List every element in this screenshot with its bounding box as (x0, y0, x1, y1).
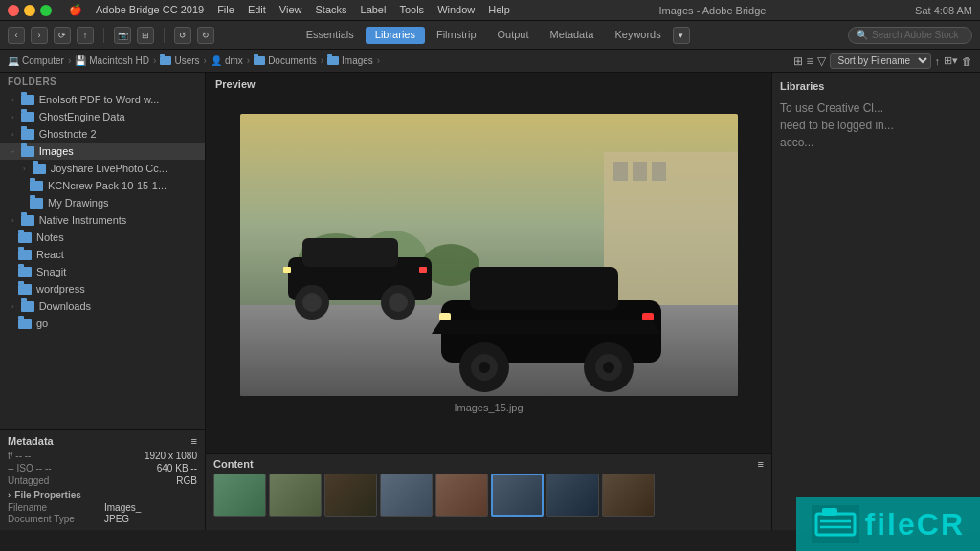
view-options-icon[interactable]: ⊞▾ (944, 55, 958, 67)
sort-asc-icon[interactable]: ↑ (935, 55, 941, 67)
content-strip: Content ≡ (206, 453, 771, 530)
menu-file[interactable]: File (217, 4, 234, 16)
toolbar-separator-1 (103, 28, 104, 43)
apple-menu[interactable]: 🍎 (69, 4, 82, 16)
svg-rect-3 (613, 162, 628, 181)
sidebar-item-react[interactable]: React (0, 246, 205, 263)
sidebar-item-native-instruments[interactable]: › Native Instruments (0, 211, 205, 229)
watermark-icon (812, 505, 859, 543)
sidebar-item-notes[interactable]: Notes (0, 229, 205, 246)
path-dmx[interactable]: 👤 dmx (211, 55, 243, 66)
menu-stacks[interactable]: Stacks (316, 4, 347, 16)
metadata-row-1: f/ -- -- 1920 x 1080 (8, 451, 197, 461)
sidebar-item-snagit[interactable]: Snagit (0, 263, 205, 280)
path-macintosh-hd[interactable]: 💾 Macintosh HD (75, 55, 149, 66)
redo-button[interactable]: ↻ (197, 27, 214, 44)
sidebar-item-joyshare[interactable]: › Joyshare LivePhoto Cc... (0, 160, 205, 177)
folder-icon (21, 215, 34, 226)
sidebar-item-ghostengine[interactable]: › GhostEngine Data (0, 108, 205, 125)
toolbar: ‹ › ⟳ ↑ 📷 ⊞ ↺ ↻ Essentials Libraries Fil… (0, 21, 980, 50)
camera-button[interactable]: 📷 (114, 27, 131, 44)
hd-icon: 💾 (75, 55, 86, 66)
folder-label: My Drawings (48, 197, 109, 209)
chevron-properties-icon: › (8, 490, 11, 500)
chevron-icon: › (11, 96, 14, 104)
sidebar-item-go[interactable]: go (0, 315, 205, 332)
svg-rect-10 (302, 238, 398, 267)
tab-libraries[interactable]: Libraries (366, 27, 425, 44)
thumbnail-6[interactable] (491, 474, 544, 517)
sidebar-item-ghostnote[interactable]: › Ghostnote 2 (0, 125, 205, 143)
chevron-icon: › (11, 216, 14, 225)
minimize-button[interactable] (24, 5, 35, 16)
forward-button[interactable]: › (31, 27, 48, 44)
reveal-button[interactable]: ⊞ (137, 27, 154, 44)
title-bar: 🍎 Adobe Bridge CC 2019 File Edit View St… (0, 0, 980, 21)
content-label: Content (213, 458, 254, 470)
folder-icon-docs (254, 56, 265, 65)
sidebar-item-downloads[interactable]: › Downloads (0, 298, 205, 315)
undo-button[interactable]: ↺ (174, 27, 191, 44)
file-properties-section[interactable]: › File Properties (8, 490, 197, 500)
tab-essentials[interactable]: Essentials (297, 27, 364, 44)
menu-window[interactable]: Window (437, 4, 475, 16)
thumbnail-7[interactable] (546, 474, 599, 517)
libraries-header: Libraries (780, 80, 972, 92)
fullscreen-button[interactable] (40, 5, 52, 16)
workspace-menu-button[interactable]: ▾ (673, 27, 690, 44)
libraries-panel: Libraries To use Creative Cl...need to b… (771, 73, 980, 530)
sidebar-item-wordpress[interactable]: wordpress (0, 280, 205, 298)
menu-help[interactable]: Help (488, 4, 510, 16)
sidebar-item-enolsoft[interactable]: › Enolsoft PDF to Word w... (0, 91, 205, 108)
sidebar-item-mydrawings[interactable]: My Drawings (0, 194, 205, 211)
menu-edit[interactable]: Edit (248, 4, 266, 16)
path-sep-6: › (377, 55, 380, 66)
history-button[interactable]: ⟳ (54, 27, 71, 44)
sort-select[interactable]: Sort by Filename Sort by Date Sort by Si… (830, 53, 931, 69)
svg-marker-27 (432, 320, 661, 334)
tab-metadata[interactable]: Metadata (541, 27, 604, 44)
menu-view[interactable]: View (279, 4, 302, 16)
thumbnail-1[interactable] (213, 474, 266, 517)
folder-label: KCNcrew Pack 10-15-1... (48, 180, 167, 191)
metadata-menu-icon[interactable]: ≡ (191, 435, 197, 447)
path-images[interactable]: Images (327, 55, 373, 66)
sidebar-item-images[interactable]: › Images (0, 143, 205, 160)
svg-point-24 (603, 362, 614, 373)
filter-icon[interactable]: ▽ (817, 55, 826, 68)
content-menu-icon[interactable]: ≡ (758, 458, 764, 470)
view-toggle-icons[interactable]: ⊞ ≡ (793, 55, 813, 68)
svg-rect-25 (439, 313, 451, 320)
go-up-button[interactable]: ↑ (77, 27, 94, 44)
path-users[interactable]: Users (160, 55, 199, 66)
tab-keywords[interactable]: Keywords (605, 27, 670, 44)
thumbnail-4[interactable] (380, 474, 433, 517)
tab-output[interactable]: Output (488, 27, 539, 44)
path-documents[interactable]: Documents (254, 55, 317, 66)
folder-icon (21, 129, 34, 140)
folder-label: wordpress (36, 283, 85, 295)
toolbar-separator-2 (164, 28, 165, 43)
thumbnail-5[interactable] (435, 474, 488, 517)
svg-point-12 (302, 293, 322, 312)
menu-tools[interactable]: Tools (399, 4, 424, 16)
sidebar-item-kcncrew[interactable]: KCNcrew Pack 10-15-1... (0, 177, 205, 194)
center-panel: Preview (206, 73, 771, 530)
svg-rect-18 (470, 267, 618, 310)
delete-icon[interactable]: 🗑 (962, 55, 972, 67)
thumbnail-3[interactable] (324, 474, 377, 517)
folder-icon (21, 301, 34, 312)
back-button[interactable]: ‹ (8, 27, 25, 44)
thumbnail-2[interactable] (269, 474, 322, 517)
path-computer[interactable]: 💻 Computer (8, 55, 64, 66)
folders-header: Folders (0, 73, 205, 91)
watermark-text: fileCR (865, 507, 965, 542)
metadata-panel: Metadata ≡ f/ -- -- 1920 x 1080 -- ISO -… (0, 429, 205, 530)
title-bar-menu: 🍎 Adobe Bridge CC 2019 File Edit View St… (69, 4, 510, 16)
tab-filmstrip[interactable]: Filmstrip (427, 27, 486, 44)
folder-label: Ghostnote 2 (39, 128, 97, 140)
close-button[interactable] (8, 5, 19, 16)
menu-label[interactable]: Label (361, 4, 387, 16)
thumbnail-8[interactable] (602, 474, 655, 517)
search-box[interactable]: 🔍 Search Adobe Stock (848, 27, 972, 44)
